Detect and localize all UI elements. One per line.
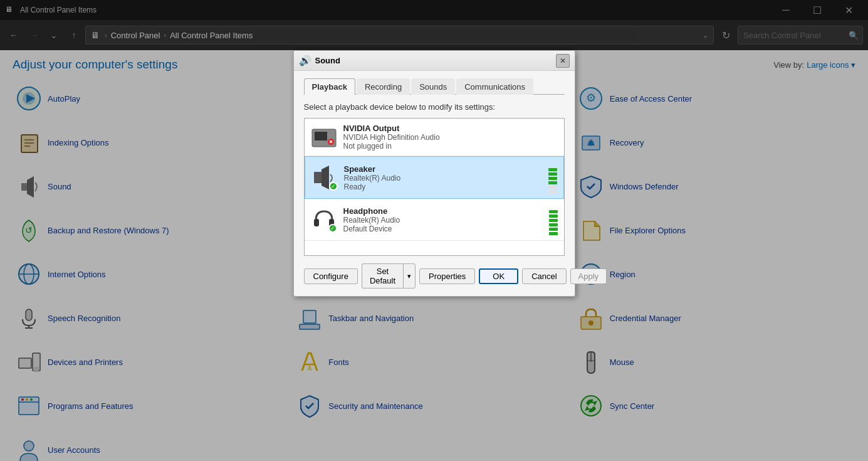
svg-rect-55 — [315, 132, 327, 140]
tab-recording[interactable]: Recording — [357, 78, 410, 95]
headphone-volume-bar — [549, 204, 558, 235]
dialog-title-text: Sound — [315, 56, 552, 65]
device-item-speaker[interactable]: ✓ Speaker Realtek(R) Audio Ready — [305, 156, 564, 199]
svg-marker-60 — [322, 166, 329, 189]
headphone-status: ✓ — [328, 224, 337, 233]
nvidia-state: Not plugged in — [343, 142, 558, 151]
dialog-footer: Configure Set Default ▾ Properties OK Ca… — [304, 263, 565, 289]
tab-playback[interactable]: Playback — [304, 78, 355, 95]
set-default-arrow[interactable]: ▾ — [403, 263, 416, 289]
speaker-driver: Realtek(R) Audio — [344, 174, 542, 183]
speaker-status: ✓ — [329, 182, 338, 191]
device-item-nvidia[interactable]: NVIDIA Output NVIDIA High Definition Aud… — [305, 119, 564, 156]
dialog-title-icon: 🔊 — [299, 55, 311, 66]
headphone-driver: Realtek(R) Audio — [343, 216, 543, 225]
properties-button[interactable]: Properties — [419, 268, 475, 284]
apply-button[interactable]: Apply — [570, 268, 607, 284]
dialog-body: Playback Recording Sounds Communications… — [294, 71, 575, 296]
nvidia-icon-wrap — [311, 124, 337, 151]
tab-communications[interactable]: Communications — [456, 78, 533, 95]
cancel-button[interactable]: Cancel — [522, 268, 566, 284]
speaker-icon-wrap: ✓ — [311, 164, 338, 191]
nvidia-device-icon — [311, 124, 337, 151]
speaker-info: Speaker Realtek(R) Audio Ready — [344, 164, 542, 191]
speaker-name: Speaker — [344, 164, 542, 174]
nvidia-driver: NVIDIA High Definition Audio — [343, 133, 558, 142]
dialog-close-button[interactable]: ✕ — [556, 54, 570, 68]
svg-rect-59 — [314, 172, 322, 183]
set-default-button[interactable]: Set Default — [362, 263, 403, 289]
speaker-state: Ready — [344, 183, 542, 191]
nvidia-info: NVIDIA Output NVIDIA High Definition Aud… — [343, 124, 558, 151]
dialog-overlay: 🔊 Sound ✕ Playback Recording Sounds Comm… — [0, 0, 868, 461]
headphone-name: Headphone — [343, 206, 543, 216]
dialog-tabs: Playback Recording Sounds Communications — [304, 78, 565, 95]
speaker-volume-bar — [548, 162, 557, 193]
device-list: NVIDIA Output NVIDIA High Definition Aud… — [304, 118, 565, 256]
ok-button[interactable]: OK — [479, 268, 518, 284]
dialog-titlebar: 🔊 Sound ✕ — [294, 51, 575, 71]
device-item-headphone[interactable]: ✓ Headphone Realtek(R) Audio Default Dev… — [305, 199, 564, 241]
configure-button[interactable]: Configure — [304, 268, 358, 284]
headphone-state: Default Device — [343, 225, 543, 233]
nvidia-name: NVIDIA Output — [343, 124, 558, 133]
svg-rect-61 — [314, 219, 319, 226]
tab-sounds[interactable]: Sounds — [411, 78, 455, 95]
sound-dialog: 🔊 Sound ✕ Playback Recording Sounds Comm… — [293, 50, 575, 297]
headphone-info: Headphone Realtek(R) Audio Default Devic… — [343, 206, 543, 233]
footer-right-buttons: OK Cancel Apply — [479, 268, 607, 284]
dialog-description: Select a playback device below to modify… — [304, 102, 565, 112]
headphone-icon-wrap: ✓ — [311, 206, 337, 233]
set-default-group: Set Default ▾ — [362, 263, 416, 289]
